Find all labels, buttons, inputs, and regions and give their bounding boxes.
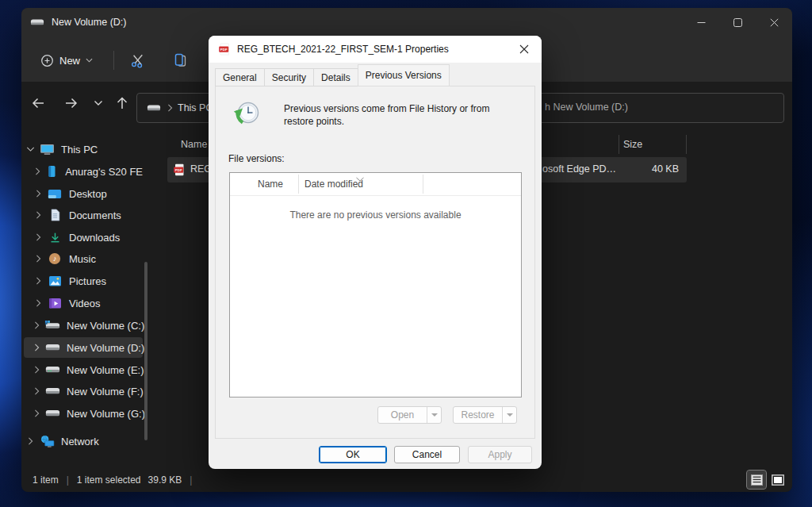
title-bar[interactable]: New Volume (D:) [21,8,792,36]
dialog-close-button[interactable] [506,36,542,63]
sidebar-item-new-volume-e[interactable]: New Volume (E:) [24,359,143,380]
chevron-right-icon[interactable] [34,344,40,351]
pdf-file-icon: PDF [218,43,231,56]
forward-button[interactable] [59,91,83,115]
tab-details[interactable]: Details [313,68,358,86]
tab-previous-versions[interactable]: Previous Versions [358,64,450,86]
sidebar-item-anurags-s20-fe[interactable]: Anurag's S20 FE [24,161,143,182]
sidebar-scrollbar[interactable] [144,262,147,440]
close-icon [770,18,779,27]
minimize-button[interactable] [683,8,719,36]
tab-general[interactable]: General [215,68,264,86]
window-title: New Volume (D:) [52,17,126,28]
chevron-right-icon[interactable] [167,104,173,112]
system-drive-icon [44,320,60,331]
ok-button[interactable]: OK [319,446,387,463]
videos-icon [47,298,63,309]
chevron-right-icon[interactable] [34,366,40,374]
dropdown-icon[interactable] [427,413,441,417]
list-header: Name Date modified [230,173,521,196]
file-versions-list[interactable]: Name Date modified There are no previous… [229,172,522,398]
arrow-left-icon [31,97,45,109]
status-bar: 1 item | 1 item selected 39.9 KB | [21,468,792,492]
sidebar-item-videos[interactable]: Videos [24,293,143,313]
column-header-size[interactable]: Size [623,135,642,154]
list-column-divider[interactable] [423,175,423,194]
cut-button[interactable] [124,48,151,72]
chevron-right-icon[interactable] [34,321,40,329]
chevron-right-icon[interactable] [26,437,34,445]
sidebar-item-label: Documents [69,209,121,221]
dropdown-icon[interactable] [503,413,516,417]
sidebar-item-label: Desktop [69,188,107,200]
new-button[interactable]: New [33,49,101,72]
new-button-label: New [59,55,80,67]
svg-text:PDF: PDF [220,48,228,52]
sidebar-item-new-volume-g[interactable]: New Volume (G:) [24,403,143,424]
dialog-title-bar[interactable]: PDF REG_BTECH_2021-22_FIRST_SEM-1 Proper… [209,36,542,63]
chevron-right-icon[interactable] [34,277,42,285]
restore-button[interactable]: Restore [453,406,517,424]
chevron-right-icon[interactable] [34,167,40,175]
maximize-button[interactable] [719,8,756,36]
column-header-name[interactable]: Name [181,135,207,154]
close-button[interactable] [756,8,792,36]
svg-text:♪: ♪ [53,255,57,263]
large-icons-view-button[interactable] [768,471,787,489]
chevron-right-icon[interactable] [34,387,40,395]
sidebar-item-label: Downloads [69,232,120,244]
recent-locations-button[interactable] [86,91,110,115]
sidebar-item-new-volume-c[interactable]: New Volume (C:) [24,315,143,336]
view-toggle-group [747,471,787,489]
sidebar-item-label: Network [61,436,99,447]
list-column-date-modified[interactable]: Date modified [304,179,363,190]
tab-security[interactable]: Security [264,68,313,86]
cancel-button[interactable]: Cancel [394,446,460,463]
list-column-divider[interactable] [298,175,299,194]
sidebar-item-documents[interactable]: Documents [24,205,143,225]
sidebar-item-downloads[interactable]: Downloads [24,227,143,248]
chevron-down-icon [86,58,93,63]
sidebar-item-new-volume-f[interactable]: New Volume (F:) [24,381,143,401]
sidebar-item-this-pc[interactable]: This PC [24,139,143,159]
sidebar-item-pictures[interactable]: Pictures [24,271,143,291]
column-divider[interactable] [686,135,687,154]
sidebar-item-new-volume-d[interactable]: New Volume (D:) [24,337,143,358]
desktop: New Volume (D:) New [0,0,812,507]
back-button[interactable] [26,91,50,115]
sidebar-item-desktop[interactable]: Desktop [24,183,143,204]
chevron-right-icon[interactable] [34,190,42,198]
item-count: 1 item [33,474,59,486]
network-icon [39,435,55,447]
chevron-right-icon[interactable] [34,299,42,307]
empty-list-message: There are no previous versions available [230,209,521,221]
sidebar-item-label: Anurag's S20 FE [65,166,143,178]
details-view-button[interactable] [747,471,766,489]
copy-button[interactable] [167,48,193,72]
search-box[interactable]: h New Volume (D:) [508,93,784,123]
column-divider[interactable] [619,135,619,154]
music-icon: ♪ [47,252,63,265]
chevron-right-icon[interactable] [34,409,40,417]
drive-icon [147,103,161,113]
maximize-icon [733,18,742,27]
apply-button[interactable]: Apply [468,446,532,463]
file-type: osoft Edge PD… [542,163,616,175]
drive-icon [44,365,60,375]
chevron-down-icon[interactable] [26,145,34,153]
sidebar-item-label: New Volume (D:) [67,342,144,354]
sidebar-item-label: New Volume (F:) [67,386,144,398]
chevron-right-icon[interactable] [34,211,42,219]
breadcrumb-this-pc[interactable]: This PC [178,102,213,113]
chevron-right-icon[interactable] [34,255,42,263]
sidebar-item-network[interactable]: Network [24,431,143,451]
selection-size: 39.9 KB [148,474,182,486]
drive-icon [44,343,60,353]
up-button[interactable] [110,91,134,115]
sidebar-item-music[interactable]: ♪ Music [24,248,143,269]
chevron-right-icon[interactable] [34,233,42,241]
list-column-name[interactable]: Name [251,179,290,190]
close-icon [519,44,529,54]
file-versions-label: File versions: [228,153,285,164]
open-button[interactable]: Open [377,406,442,424]
